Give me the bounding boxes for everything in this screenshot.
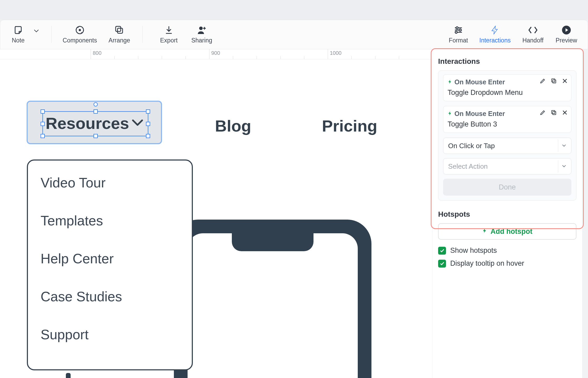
nav-link-pricing[interactable]: Pricing bbox=[322, 117, 377, 135]
app-root: Note Components bbox=[0, 0, 588, 378]
interaction-action: Toggle Dropdown Menu bbox=[448, 89, 567, 97]
dropdown-item[interactable]: Video Tour bbox=[41, 175, 179, 191]
close-icon[interactable] bbox=[562, 109, 568, 117]
duplicate-icon[interactable] bbox=[551, 78, 557, 85]
add-hotspot-button[interactable]: Add hotspot bbox=[438, 223, 576, 240]
export-icon bbox=[164, 24, 174, 36]
trigger-select-value: On Click or Tap bbox=[448, 142, 495, 150]
note-tool-group: Note bbox=[5, 24, 46, 44]
dropdown-item[interactable]: Templates bbox=[41, 213, 179, 229]
edit-icon[interactable] bbox=[540, 78, 546, 85]
ruler-tick-label: 900 bbox=[211, 50, 220, 56]
bolt-icon bbox=[448, 110, 452, 117]
window-chrome-gap bbox=[0, 0, 588, 20]
preview-icon bbox=[561, 24, 572, 36]
interaction-trigger: On Mouse Enter bbox=[454, 110, 505, 118]
toolbar-separator bbox=[142, 26, 143, 43]
arrange-label: Arrange bbox=[109, 37, 130, 44]
svg-rect-2 bbox=[117, 28, 122, 33]
dropdown-menu[interactable]: Video Tour Templates Help Center Case St… bbox=[27, 159, 193, 370]
toolbar-left-group: Note Components bbox=[5, 20, 219, 49]
handoff-label: Handoff bbox=[522, 37, 543, 44]
done-button: Done bbox=[443, 179, 571, 196]
resize-handle[interactable] bbox=[41, 109, 45, 114]
handoff-tab[interactable]: Handoff bbox=[516, 24, 550, 44]
chevron-down-icon bbox=[132, 119, 143, 128]
toolbar-separator bbox=[51, 26, 52, 43]
nav-link-blog[interactable]: Blog bbox=[215, 117, 251, 135]
edit-icon[interactable] bbox=[540, 109, 546, 117]
svg-point-1 bbox=[79, 29, 81, 31]
show-hotspots-label: Show hotspots bbox=[450, 246, 497, 255]
resize-handle[interactable] bbox=[41, 134, 45, 138]
note-dropdown-caret[interactable] bbox=[34, 29, 39, 34]
sharing-button[interactable]: Sharing bbox=[185, 24, 219, 44]
export-button[interactable]: Export bbox=[153, 24, 185, 44]
duplicate-icon[interactable] bbox=[551, 109, 557, 117]
display-tooltip-label: Display tooltip on hover bbox=[450, 259, 524, 268]
svg-rect-9 bbox=[553, 80, 556, 83]
phone-frame[interactable] bbox=[174, 220, 371, 378]
svg-rect-3 bbox=[116, 26, 121, 31]
done-label: Done bbox=[499, 183, 516, 191]
components-button[interactable]: Components bbox=[57, 24, 102, 44]
trigger-select[interactable]: On Click or Tap bbox=[443, 138, 571, 154]
phone-notch bbox=[232, 233, 313, 251]
resize-handle[interactable] bbox=[146, 109, 150, 114]
toolbar-right-group: Format Interactions Handoff bbox=[443, 20, 583, 49]
checkbox-checked-icon[interactable] bbox=[438, 247, 446, 255]
inspector-panel: Interactions On Mouse Enter Toggle Dropd… bbox=[432, 49, 582, 378]
rotation-handle[interactable] bbox=[94, 102, 98, 106]
format-tab[interactable]: Format bbox=[443, 24, 474, 44]
checkbox-checked-icon[interactable] bbox=[438, 260, 446, 268]
interaction-item[interactable]: On Mouse Enter Toggle Button 3 bbox=[443, 106, 571, 133]
preview-button[interactable]: Preview bbox=[550, 24, 583, 44]
interactions-tab[interactable]: Interactions bbox=[474, 24, 516, 44]
sharing-icon bbox=[197, 24, 207, 36]
format-label: Format bbox=[449, 37, 468, 44]
selection-bounding-box: Resources bbox=[42, 111, 148, 136]
resize-handle[interactable] bbox=[41, 122, 45, 126]
interaction-trigger: On Mouse Enter bbox=[454, 78, 505, 86]
interactions-card: On Mouse Enter Toggle Dropdown Menu On M… bbox=[438, 70, 576, 201]
note-button[interactable]: Note bbox=[5, 24, 31, 44]
note-icon bbox=[13, 24, 23, 36]
interactions-label: Interactions bbox=[479, 37, 511, 44]
components-label: Components bbox=[63, 37, 97, 44]
resize-handle[interactable] bbox=[94, 109, 98, 114]
preview-label: Preview bbox=[556, 37, 577, 44]
components-icon bbox=[74, 24, 85, 36]
format-icon bbox=[453, 24, 464, 36]
svg-point-7 bbox=[455, 31, 457, 33]
display-tooltip-checkbox-row[interactable]: Display tooltip on hover bbox=[438, 259, 576, 268]
selected-element-resources[interactable]: Resources bbox=[27, 101, 162, 144]
dropdown-item[interactable]: Case Studies bbox=[41, 289, 179, 304]
svg-point-5 bbox=[456, 27, 458, 29]
export-label: Export bbox=[160, 37, 178, 44]
action-select[interactable]: Select Action bbox=[443, 158, 571, 175]
dropdown-item[interactable]: Help Center bbox=[41, 251, 179, 266]
resize-handle[interactable] bbox=[146, 134, 150, 138]
svg-rect-11 bbox=[553, 112, 556, 115]
ruler-tick-label: 800 bbox=[93, 50, 101, 56]
dropdown-item[interactable]: Support bbox=[41, 327, 179, 342]
note-label: Note bbox=[12, 37, 25, 44]
resize-handle[interactable] bbox=[146, 122, 150, 126]
resources-label: Resources bbox=[46, 114, 129, 133]
interactions-icon bbox=[490, 24, 500, 36]
svg-point-6 bbox=[459, 29, 461, 31]
show-hotspots-checkbox-row[interactable]: Show hotspots bbox=[438, 246, 576, 255]
hotspots-section-title: Hotspots bbox=[438, 210, 576, 219]
phone-screen bbox=[188, 233, 358, 378]
action-select-placeholder: Select Action bbox=[448, 162, 488, 171]
design-canvas[interactable]: Blog Pricing Video Tour Templates Help C… bbox=[0, 59, 432, 378]
caret-down-icon bbox=[558, 140, 570, 152]
close-icon[interactable] bbox=[562, 78, 568, 85]
horizontal-ruler[interactable]: 800 900 1000 bbox=[0, 49, 432, 59]
interaction-item[interactable]: On Mouse Enter Toggle Dropdown Menu bbox=[443, 74, 571, 101]
resize-handle[interactable] bbox=[94, 134, 98, 138]
ruler-tick-label: 1000 bbox=[330, 50, 342, 56]
arrange-button[interactable]: Arrange bbox=[102, 24, 136, 44]
svg-rect-12 bbox=[552, 110, 555, 114]
svg-point-4 bbox=[199, 27, 203, 30]
